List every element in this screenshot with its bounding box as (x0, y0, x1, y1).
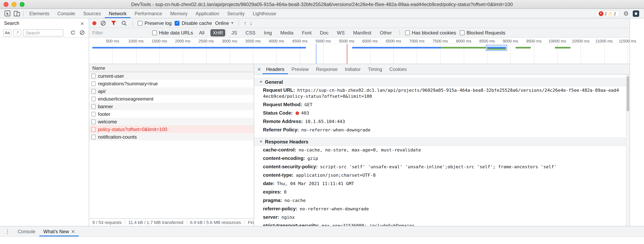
clear-search-icon[interactable] (78, 29, 86, 36)
record-button[interactable] (92, 21, 96, 25)
import-har-icon[interactable]: ↑ (244, 20, 246, 26)
header-value: GET (304, 102, 312, 107)
device-toolbar-icon[interactable] (12, 9, 22, 18)
regex-button[interactable]: .* (13, 29, 21, 36)
export-har-icon[interactable]: ↓ (250, 20, 252, 26)
network-search-icon[interactable] (120, 19, 128, 27)
tab-sources[interactable]: Sources (79, 9, 105, 18)
timeline-tick-label: 3500 ms (245, 39, 261, 43)
table-row[interactable]: api/ (89, 87, 254, 95)
file-icon (92, 104, 96, 109)
network-filter-input[interactable] (92, 30, 148, 35)
extension-panel-icon[interactable] (633, 10, 639, 17)
scrollbar-thumb[interactable] (627, 76, 629, 111)
warning-count: 2 (614, 11, 616, 16)
table-row[interactable]: notification-counts (89, 133, 254, 141)
drawer-tab-whats-new[interactable]: What's New × (39, 226, 79, 236)
close-window-button[interactable] (4, 2, 8, 6)
tab-application[interactable]: Application (192, 9, 223, 18)
timeline-tick-label: 6000 ms (362, 39, 378, 43)
filter-type-manifest[interactable]: Manifest (351, 29, 374, 36)
header-item: referrer-policy:no-referrer-when-downgra… (254, 205, 626, 213)
general-section-header[interactable]: ▼ General (254, 78, 626, 86)
preserve-log-checkbox[interactable]: Preserve log (138, 20, 172, 26)
tab-cookies[interactable]: Cookies (386, 64, 410, 74)
window-title: DevTools - sup-cn-hub-zhex02.dc1.lan/api… (28, 1, 616, 7)
filter-type-css[interactable]: CSS (243, 29, 258, 36)
waterfall-bar (441, 47, 486, 48)
header-item: content-security-policy:script-src 'self… (254, 163, 626, 171)
request-name: policy-status?offset=0&limit=100 (98, 126, 167, 132)
tab-network[interactable]: Network (105, 9, 130, 18)
network-overview[interactable]: 500 ms1000 ms1500 ms2000 ms2500 ms3000 m… (89, 38, 630, 64)
tab-response[interactable]: Response (312, 64, 341, 74)
filter-type-js[interactable]: JS (229, 29, 240, 36)
header-value: 0 (284, 190, 286, 195)
filter-type-media[interactable]: Media (278, 29, 296, 36)
error-warning-badge[interactable]: ✕ 2 ⚠ 2 (595, 10, 619, 17)
timeline-gridline (323, 44, 324, 64)
filter-type-xhr[interactable]: XHR (210, 29, 226, 36)
tab-security[interactable]: Security (223, 9, 249, 18)
filter-type-doc[interactable]: Doc (318, 29, 331, 36)
name-column-header[interactable]: Name (89, 64, 254, 72)
timeline-tick-label: 500 ms (106, 39, 119, 43)
tab-console[interactable]: Console (54, 9, 79, 18)
tab-performance[interactable]: Performance (130, 9, 166, 18)
titlebar: DevTools - sup-cn-hub-zhex02.dc1.lan/api… (0, 0, 644, 9)
table-row[interactable]: current-user (89, 72, 254, 80)
close-drawer-tab-icon[interactable]: × (71, 228, 75, 234)
inspect-icon[interactable] (2, 9, 12, 18)
tab-timing[interactable]: Timing (364, 64, 386, 74)
has-blocked-cookies-checkbox[interactable]: Has blocked cookies (405, 30, 456, 35)
disable-cache-checkbox[interactable]: Disable cache (175, 20, 212, 26)
minimize-window-button[interactable] (12, 2, 16, 6)
table-row[interactable]: enduserlicenseagreement (89, 95, 254, 103)
response-headers-section-header[interactable]: ▼ Response Headers (254, 137, 626, 146)
table-row[interactable]: banner (89, 103, 254, 110)
filter-type-other[interactable]: Other (378, 29, 394, 36)
tabbar-right: ✕ 2 ⚠ 2 ⚙ (595, 10, 644, 17)
tab-lighthouse[interactable]: Lighthouse (248, 9, 280, 18)
waterfall-bar (487, 48, 506, 50)
settings-gear-icon[interactable]: ⚙ (623, 10, 629, 17)
tab-initiator[interactable]: Initiator (341, 64, 364, 74)
details-tabbar: × Headers Preview Response Initiator Tim… (254, 64, 630, 75)
blocked-requests-checkbox[interactable]: Blocked Requests (460, 30, 505, 35)
tab-preview[interactable]: Preview (288, 64, 312, 74)
throttling-select[interactable]: Online ▼ (215, 20, 234, 26)
close-details-icon[interactable]: × (256, 66, 262, 72)
header-name: cache-control: (263, 147, 296, 153)
tab-elements[interactable]: Elements (25, 9, 54, 18)
drawer-tab-console[interactable]: Console (14, 226, 39, 236)
table-row[interactable]: registrations?summary=true (89, 80, 254, 87)
table-row[interactable]: footer (89, 110, 254, 118)
table-row[interactable]: welcome (89, 118, 254, 125)
match-case-button[interactable]: Aa (3, 29, 11, 36)
header-value: Thu, 04 Mar 2021 11:11:41 GMT (277, 181, 354, 186)
filter-type-ws[interactable]: WS (334, 29, 347, 36)
fullscreen-window-button[interactable] (20, 2, 24, 6)
details-scrollbar[interactable] (626, 75, 630, 226)
timeline-tick-label: 11000 ms (596, 39, 613, 43)
filter-funnel-icon[interactable] (110, 19, 117, 27)
drawer-menu-icon[interactable]: ⋮ (2, 228, 14, 235)
finish-time: Finis (244, 220, 254, 225)
hide-data-urls-label: Hide data URLs (159, 30, 193, 35)
tab-memory[interactable]: Memory (166, 9, 192, 18)
refresh-icon[interactable] (69, 29, 76, 36)
tab-headers[interactable]: Headers (262, 64, 288, 74)
chevron-down-icon: ▼ (259, 140, 262, 143)
filter-type-all[interactable]: All (196, 29, 207, 36)
table-row[interactable]: policy-status?offset=0&limit=100 (89, 125, 254, 133)
checkbox-checked (175, 21, 180, 25)
filter-type-img[interactable]: Img (261, 29, 274, 36)
filter-type-font[interactable]: Font (300, 29, 314, 36)
search-input[interactable] (23, 29, 64, 36)
timeline-tick-label: 2000 ms (175, 39, 190, 43)
close-search-icon[interactable]: × (79, 20, 86, 26)
timeline-tick-label: 3000 ms (222, 39, 237, 43)
hide-data-urls-checkbox[interactable]: Hide data URLs (152, 30, 193, 35)
warning-icon: ⚠ (608, 11, 612, 16)
clear-network-icon[interactable] (100, 19, 107, 27)
